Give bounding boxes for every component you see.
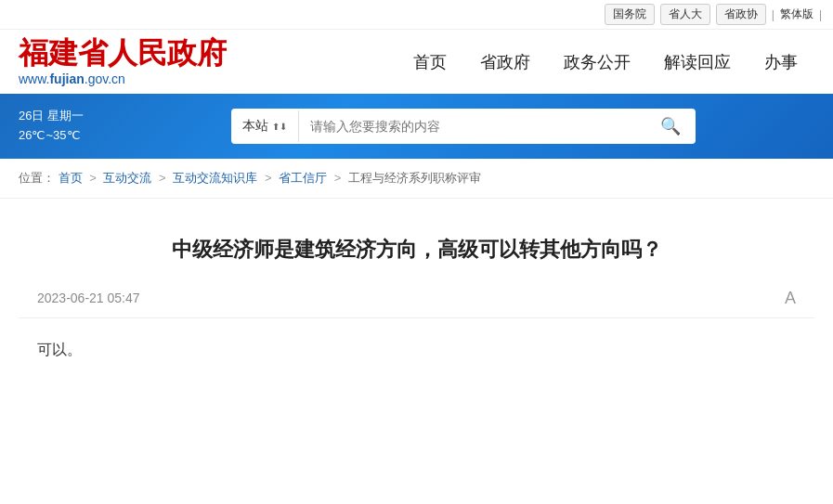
search-container: 本站 ⬆⬇ 🔍 [231,109,696,144]
divider1: | [772,8,774,21]
breadcrumb: 位置： 首页 > 互动交流 > 互动交流知识库 > 省工信厅 > 工程与经济系列… [0,159,833,199]
breadcrumb-home[interactable]: 首页 [59,171,83,185]
top-bar: 国务院 省人大 省政协 | 繁体版 | [0,0,833,30]
date-line2: 26℃~35℃ [19,126,84,146]
nav-menu: 首页 省政府 政务公开 解读回应 办事 [264,44,814,81]
nav-item-response[interactable]: 解读回应 [647,44,748,81]
sep3: > [265,171,275,185]
article-body: 可以。 [19,318,814,382]
search-bar: 26日 星期一 26℃~35℃ 本站 ⬆⬇ 🔍 [0,94,833,159]
font-size-icon[interactable]: A [785,289,796,308]
date-area: 26日 星期一 26℃~35℃ [19,107,84,146]
logo-area: 福建省人民政府 www.fujian.gov.cn [19,37,227,86]
search-button[interactable]: 🔍 [645,109,696,144]
divider2: | [819,8,822,21]
traditional-link[interactable]: 繁体版 [780,6,813,22]
search-input[interactable] [299,111,645,141]
breadcrumb-interaction[interactable]: 互动交流 [103,171,151,185]
logo-title[interactable]: 福建省人民政府 [19,37,227,70]
scope-arrow-icon: ⬆⬇ [272,122,287,132]
sep2: > [159,171,169,185]
search-icon: 🔍 [660,117,681,136]
shengzhengxie-button[interactable]: 省政协 [716,4,766,25]
date-line1: 26日 星期一 [19,107,84,126]
search-scope-label: 本站 [242,118,268,135]
nav-item-service[interactable]: 办事 [748,44,814,81]
breadcrumb-prefix: 位置： [19,171,55,185]
breadcrumb-current: 工程与经济系列职称评审 [348,171,481,185]
article-date: 2023-06-21 05:47 [37,291,140,305]
article-text: 可以。 [37,342,82,357]
breadcrumb-knowledge[interactable]: 互动交流知识库 [173,171,257,185]
nav-item-home[interactable]: 首页 [397,44,463,81]
top-bar-links: 国务院 省人大 省政协 | 繁体版 | [605,4,822,25]
nav-item-gov[interactable]: 省政府 [463,44,547,81]
sep1: > [89,171,99,185]
logo-url-blue: fujian [49,71,84,86]
logo-url-prefix: www. [19,71,49,86]
search-scope[interactable]: 本站 ⬆⬇ [231,110,299,142]
article-title: 中级经济师是建筑经济方向，高级可以转其他方向吗？ [19,217,814,274]
nav-item-affairs[interactable]: 政务公开 [547,44,647,81]
logo-url-suffix: .gov.cn [85,71,125,86]
article-meta: 2023-06-21 05:47 A [19,274,814,318]
breadcrumb-dept[interactable]: 省工信厅 [279,171,327,185]
header: 福建省人民政府 www.fujian.gov.cn 首页 省政府 政务公开 解读… [0,30,833,94]
content: 中级经济师是建筑经济方向，高级可以转其他方向吗？ 2023-06-21 05:4… [0,199,833,410]
sep4: > [334,171,345,185]
guowuyuan-button[interactable]: 国务院 [605,4,655,25]
logo-url: www.fujian.gov.cn [19,71,227,86]
shengrendà-button[interactable]: 省人大 [660,4,710,25]
